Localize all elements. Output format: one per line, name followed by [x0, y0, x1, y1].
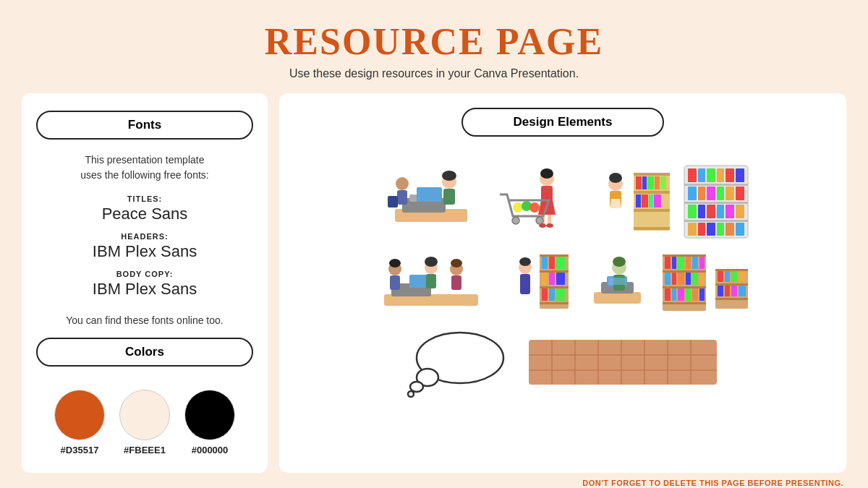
color-swatch-orange: #D35517 — [54, 390, 105, 455]
fonts-header: Fonts — [36, 111, 253, 140]
design-row-1 — [297, 158, 829, 241]
illustration-cashier-checkout — [373, 158, 485, 241]
svg-rect-94 — [556, 288, 565, 301]
thought-cloud-svg — [406, 325, 518, 398]
illustration-bookshelf-worker — [594, 158, 673, 241]
svg-rect-138 — [731, 286, 737, 296]
svg-rect-91 — [556, 273, 565, 285]
svg-rect-67 — [726, 223, 734, 236]
right-panel: Design Elements — [279, 93, 846, 473]
svg-rect-118 — [678, 273, 684, 285]
svg-point-143 — [408, 391, 414, 397]
illustration-shopping-cart — [493, 158, 587, 241]
svg-rect-60 — [717, 205, 724, 218]
svg-rect-56 — [736, 187, 744, 200]
svg-point-76 — [425, 257, 438, 267]
svg-rect-50 — [736, 168, 744, 182]
svg-rect-131 — [715, 298, 748, 300]
svg-rect-108 — [663, 286, 706, 288]
svg-rect-134 — [731, 271, 737, 282]
color-hex-black: #000000 — [192, 445, 229, 455]
cashier-svg — [373, 158, 485, 241]
svg-rect-33 — [636, 194, 641, 207]
color-circle-cream — [119, 390, 170, 440]
svg-rect-89 — [542, 273, 548, 285]
font-name-body: IBM Plex Sans — [93, 280, 197, 299]
svg-rect-74 — [390, 275, 400, 290]
colors-header: Colors — [36, 338, 253, 367]
svg-rect-92 — [542, 288, 548, 301]
svg-rect-62 — [736, 205, 744, 218]
svg-point-20 — [513, 202, 523, 213]
svg-rect-25 — [634, 191, 670, 194]
colors-section: Colors #D35517 #FBEEE1 #000000 — [36, 338, 253, 455]
svg-rect-98 — [594, 292, 641, 304]
svg-rect-110 — [665, 257, 671, 269]
svg-rect-107 — [663, 270, 706, 273]
svg-rect-121 — [699, 273, 705, 285]
svg-rect-66 — [717, 223, 724, 236]
floor-tile-svg — [525, 333, 720, 390]
svg-rect-15 — [548, 215, 551, 225]
svg-rect-83 — [540, 270, 569, 273]
illustration-shopper-shelf — [507, 247, 572, 320]
svg-point-96 — [519, 257, 531, 266]
svg-rect-45 — [688, 168, 697, 182]
svg-rect-46 — [698, 168, 705, 182]
svg-rect-3 — [417, 187, 442, 202]
page-subtitle: Use these design resources in your Canva… — [289, 67, 579, 80]
svg-rect-125 — [686, 288, 691, 301]
font-find-text: You can find these fonts online too. — [66, 314, 223, 326]
svg-rect-34 — [642, 194, 648, 207]
main-content: Fonts This presentation templateuses the… — [22, 93, 846, 473]
svg-rect-53 — [707, 187, 715, 200]
svg-rect-93 — [549, 288, 555, 301]
svg-point-11 — [540, 168, 553, 179]
left-panel: Fonts This presentation templateuses the… — [22, 93, 268, 473]
svg-rect-132 — [718, 271, 723, 282]
svg-rect-112 — [678, 257, 684, 269]
svg-rect-59 — [707, 205, 715, 218]
svg-rect-133 — [725, 271, 730, 282]
svg-rect-116 — [665, 273, 671, 285]
svg-rect-63 — [688, 223, 697, 236]
svg-marker-40 — [610, 199, 621, 208]
font-name-headers: IBM Plex Sans — [93, 242, 197, 261]
svg-rect-86 — [542, 257, 548, 269]
svg-rect-139 — [739, 286, 746, 296]
svg-rect-31 — [655, 176, 660, 189]
color-hex-orange: #D35517 — [61, 445, 99, 455]
svg-rect-26 — [634, 209, 670, 212]
cashier-solo-svg — [579, 247, 652, 320]
svg-rect-144 — [529, 340, 717, 385]
design-grid — [297, 158, 829, 398]
illustration-book-stands — [659, 247, 753, 320]
font-label-body: BODY COPY: — [93, 270, 197, 278]
svg-rect-109 — [663, 302, 706, 304]
svg-point-19 — [536, 217, 543, 224]
page-title: RESOURCE PAGE — [265, 20, 604, 63]
font-label-titles: TITLES: — [102, 194, 188, 203]
svg-rect-64 — [698, 223, 705, 236]
svg-rect-119 — [686, 273, 691, 285]
svg-rect-5 — [443, 189, 455, 205]
svg-point-22 — [529, 202, 540, 213]
color-swatch-cream: #FBEEE1 — [119, 390, 170, 455]
color-swatch-black: #000000 — [184, 390, 235, 455]
illustration-cashier-solo — [579, 247, 652, 320]
fonts-intro: This presentation templateuses the follo… — [80, 153, 208, 183]
svg-rect-85 — [540, 302, 569, 304]
svg-rect-106 — [663, 254, 706, 257]
svg-rect-135 — [739, 271, 746, 282]
book-stands-svg — [659, 247, 753, 320]
svg-rect-123 — [672, 288, 676, 301]
illustration-fridge-shelves — [681, 158, 753, 241]
font-name-titles: Peace Sans — [102, 205, 188, 223]
svg-rect-58 — [698, 205, 705, 218]
illustration-thought-cloud — [406, 325, 518, 398]
svg-rect-127 — [699, 288, 705, 301]
svg-rect-29 — [642, 176, 647, 189]
illustration-floor-tile — [525, 333, 720, 390]
svg-rect-65 — [707, 223, 715, 236]
svg-rect-97 — [520, 274, 530, 294]
